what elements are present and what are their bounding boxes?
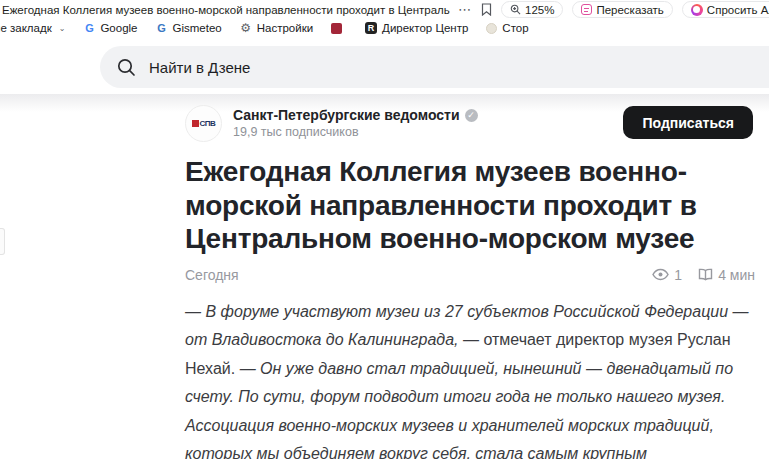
bookmark-director[interactable]: R Директор Центр: [365, 22, 468, 34]
publisher-info: Санкт-Петербургские ведомости ✓ 19,9 тыс…: [233, 107, 478, 139]
google-icon: G: [83, 22, 95, 34]
retell-label: Пересказать: [596, 4, 663, 16]
bookmark-settings[interactable]: ⚙ Настройки: [240, 22, 313, 34]
read-time-icon: [698, 268, 713, 281]
verified-badge-icon: ✓: [465, 109, 478, 122]
publisher-avatar[interactable]: СПВ: [185, 105, 222, 142]
article-meta: Сегодня 1 4 мин: [185, 267, 755, 283]
add-bookmark-icon[interactable]: [481, 3, 492, 16]
article: СПВ Санкт-Петербургские ведомости ✓ 19,9…: [185, 104, 755, 459]
bookmarks-bar: ие закладк ⌄ G Google G Gismeteo ⚙ Настр…: [0, 19, 769, 37]
article-date: Сегодня: [185, 267, 239, 283]
alice-icon: [691, 4, 703, 16]
retell-icon: [581, 4, 592, 15]
browser-window: Ежегодная Коллегия музеев военно-морской…: [0, 0, 769, 459]
red-favicon: [331, 23, 342, 34]
search-icon: [117, 58, 136, 77]
bookmark-gismeteo-label: Gismeteo: [173, 22, 222, 34]
read-time: 4 мин: [718, 267, 755, 283]
bookmark-google[interactable]: G Google: [83, 22, 137, 34]
publisher-name[interactable]: Санкт-Петербургские ведомости: [233, 107, 460, 123]
bookmark-stor-label: Стор: [502, 22, 528, 34]
pale-favicon: [486, 23, 497, 34]
chevron-down-icon: ⌄: [59, 24, 66, 33]
search-input[interactable]: Найти в Дзене: [100, 46, 769, 88]
bookmark-google-label: Google: [100, 22, 137, 34]
article-body: — В форуме участвуют музеи из 27 субъект…: [185, 298, 755, 459]
views-count: 1: [674, 267, 682, 283]
more-menu-icon[interactable]: ⋯: [458, 2, 472, 17]
bookmarks-folder-label: ие закладк: [0, 22, 52, 34]
gismeteo-icon: G: [156, 22, 168, 34]
bookmark-gismeteo[interactable]: G Gismeteo: [156, 22, 222, 34]
bookmark-director-label: Директор Центр: [382, 22, 468, 34]
subscriber-count: 19,9 тыс подписчиков: [233, 125, 478, 139]
retell-button[interactable]: Пересказать: [572, 1, 672, 18]
page-title-bar: Ежегодная Коллегия музеев военно-морской…: [2, 4, 450, 16]
search-row: Найти в Дзене: [100, 46, 769, 88]
publisher-row: СПВ Санкт-Петербургские ведомости ✓ 19,9…: [185, 104, 755, 142]
bookmark-stor[interactable]: Стор: [486, 22, 528, 34]
views-icon: [652, 268, 669, 281]
article-title: Ежегодная Коллегия музеев военно-морской…: [185, 155, 755, 256]
quote-segment: — Он уже давно стал традицией, нынешний …: [185, 360, 745, 459]
ask-alice-button[interactable]: Спросить Алису А: [682, 1, 769, 18]
bookmark-red-site[interactable]: [331, 23, 347, 34]
search-placeholder: Найти в Дзене: [149, 59, 250, 76]
gear-icon: ⚙: [240, 22, 252, 34]
rutube-icon: R: [365, 22, 377, 34]
zoom-level: 125%: [525, 4, 554, 16]
bookmarks-folder[interactable]: ие закладк ⌄: [0, 22, 65, 34]
zoom-control[interactable]: 125%: [501, 1, 563, 18]
avatar-red-square: [192, 120, 199, 127]
browser-toolbar: Ежегодная Коллегия музеев военно-морской…: [0, 0, 769, 19]
ask-alice-label: Спросить Алису А: [707, 4, 769, 16]
side-panel-handle[interactable]: [0, 228, 5, 255]
subscribe-button[interactable]: Подписаться: [623, 106, 753, 139]
bookmark-settings-label: Настройки: [257, 22, 313, 34]
avatar-monogram: СПВ: [200, 119, 216, 128]
zoom-icon: [510, 4, 521, 15]
